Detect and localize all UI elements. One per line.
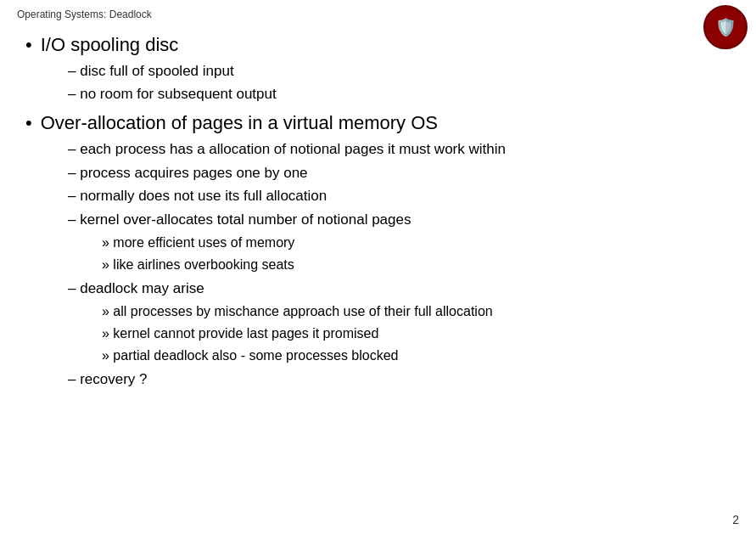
bullet-recovery: – recovery ? [25, 369, 739, 390]
bullet-text-2-5-3: » partial deadlock also - some processes… [102, 348, 399, 363]
bullet-text-2-3: – normally does not use its full allocat… [68, 188, 327, 204]
bullet-like-airlines: » like airlines overbooking seats [25, 256, 739, 274]
logo-inner: 🛡️ [707, 8, 744, 46]
page-number: 2 [732, 513, 739, 527]
bullet-process-acquires: – process acquires pages one by one [25, 163, 739, 183]
logo-shield-icon: 🛡️ [715, 19, 736, 36]
bullet-no-room: – no room for subsequent output [25, 84, 739, 104]
bullet-marker-1: • [25, 33, 32, 58]
bullet-text-2-4-2: » like airlines overbooking seats [102, 257, 294, 272]
bullet-text-1-1: – disc full of spooled input [68, 63, 234, 79]
bullet-text-2-4: – kernel over-allocates total number of … [68, 211, 411, 228]
bullet-each-process: – each process has a allocation of notio… [25, 139, 739, 160]
bullet-text-2-5: – deadlock may arise [68, 280, 204, 296]
bullet-text-2-6: – recovery ? [68, 371, 148, 387]
bullet-text-2-5-2: » kernel cannot provide last pages it pr… [102, 326, 378, 341]
bullet-io-spooling: • I/O spooling disc [25, 33, 739, 58]
bullet-text-2-2: – process acquires pages one by one [68, 165, 308, 181]
bullet-partial-deadlock: » partial deadlock also - some processes… [25, 346, 739, 365]
slide-container: Operating Systems: Deadlock 🛡️ • I/O spo… [0, 0, 756, 535]
bullet-text-2-5-1: » all processes by mischance approach us… [102, 304, 493, 318]
header-title: Operating Systems: Deadlock [17, 8, 152, 20]
bullet-over-allocation: • Over-allocation of pages in a virtual … [25, 111, 739, 136]
slide-content: • I/O spooling disc – disc full of spool… [17, 29, 739, 390]
bullet-text-2: Over-allocation of pages in a virtual me… [41, 111, 438, 136]
bullet-marker-2: • [25, 111, 32, 136]
bullet-deadlock-may-arise: – deadlock may arise [25, 279, 739, 299]
slide-header: Operating Systems: Deadlock [17, 8, 739, 20]
bullet-text-1-2: – no room for subsequent output [68, 86, 277, 102]
bullet-kernel-over-allocates: – kernel over-allocates total number of … [25, 210, 739, 230]
logo-circle: 🛡️ [703, 5, 748, 49]
bullet-all-processes: » all processes by mischance approach us… [25, 302, 739, 321]
bullet-text-2-4-1: » more efficient uses of memory [102, 235, 294, 250]
bullet-text-2-1: – each process has a allocation of notio… [68, 141, 506, 157]
bullet-normally-does-not: – normally does not use its full allocat… [25, 186, 739, 206]
bullet-text-1: I/O spooling disc [41, 33, 179, 58]
bullet-disc-full: – disc full of spooled input [25, 61, 739, 82]
bullet-kernel-cannot: » kernel cannot provide last pages it pr… [25, 324, 739, 343]
bullet-more-efficient: » more efficient uses of memory [25, 234, 739, 252]
university-logo: 🛡️ [703, 5, 748, 49]
